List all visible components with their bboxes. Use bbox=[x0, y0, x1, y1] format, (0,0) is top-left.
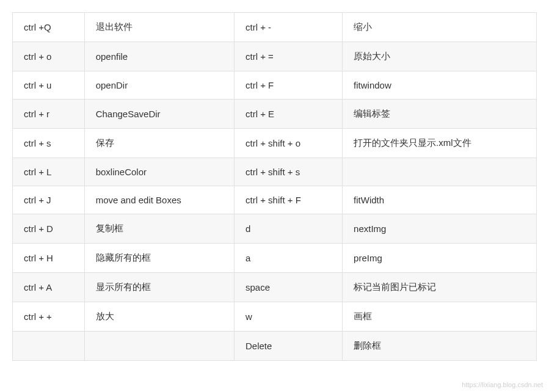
table-row: ctrl + r ChangeSaveDir ctrl + E 编辑标签 bbox=[13, 100, 537, 129]
cell-desc-2: nextImg bbox=[343, 214, 537, 244]
cell-desc-1: openDir bbox=[84, 71, 234, 100]
cell-desc-1: 复制框 bbox=[84, 214, 234, 244]
table-row: ctrl + + 放大 w 画框 bbox=[13, 302, 537, 332]
cell-shortcut-1: ctrl + u bbox=[13, 71, 85, 100]
cell-desc-2: fitWidth bbox=[343, 186, 537, 214]
cell-desc-1: openfile bbox=[84, 42, 234, 71]
cell-desc-2: 打开的文件夹只显示.xml文件 bbox=[343, 129, 537, 158]
cell-desc-1: boxlineColor bbox=[84, 158, 234, 186]
table-row: ctrl + A 显示所有的框 space 标记当前图片已标记 bbox=[13, 273, 537, 302]
cell-shortcut-1: ctrl + H bbox=[13, 244, 85, 273]
cell-shortcut-1: ctrl + A bbox=[13, 273, 85, 302]
cell-shortcut-2: ctrl + E bbox=[234, 100, 342, 129]
cell-desc-2: 编辑标签 bbox=[343, 100, 537, 129]
cell-desc-1: move and edit Boxes bbox=[84, 186, 234, 214]
cell-shortcut-2: ctrl + shift + o bbox=[234, 129, 342, 158]
cell-shortcut-2: ctrl + shift + F bbox=[234, 186, 342, 214]
table-row: ctrl + D 复制框 d nextImg bbox=[13, 214, 537, 244]
cell-shortcut-2: ctrl + F bbox=[234, 71, 342, 100]
cell-desc-2: 删除框 bbox=[343, 332, 537, 361]
cell-desc-1: ChangeSaveDir bbox=[84, 100, 234, 129]
table-row: ctrl + L boxlineColor ctrl + shift + s bbox=[13, 158, 537, 186]
cell-shortcut-2: a bbox=[234, 244, 342, 273]
table-row: ctrl + H 隐藏所有的框 a preImg bbox=[13, 244, 537, 273]
cell-desc-1: 退出软件 bbox=[84, 13, 234, 42]
cell-desc-1: 保存 bbox=[84, 129, 234, 158]
cell-desc-2: preImg bbox=[343, 244, 537, 273]
table-row: ctrl +Q 退出软件 ctrl + - 缩小 bbox=[13, 13, 537, 42]
cell-shortcut-2: d bbox=[234, 214, 342, 244]
cell-shortcut-1: ctrl + J bbox=[13, 186, 85, 214]
cell-shortcut-1: ctrl + L bbox=[13, 158, 85, 186]
cell-desc-2: 画框 bbox=[343, 302, 537, 332]
cell-shortcut-1: ctrl + s bbox=[13, 129, 85, 158]
cell-desc-1 bbox=[84, 332, 234, 361]
cell-shortcut-1: ctrl + + bbox=[13, 302, 85, 332]
cell-desc-2: 标记当前图片已标记 bbox=[343, 273, 537, 302]
cell-desc-1: 隐藏所有的框 bbox=[84, 244, 234, 273]
shortcuts-table: ctrl +Q 退出软件 ctrl + - 缩小 ctrl + o openfi… bbox=[12, 12, 537, 361]
table-row: ctrl + u openDir ctrl + F fitwindow bbox=[13, 71, 537, 100]
cell-shortcut-1: ctrl + r bbox=[13, 100, 85, 129]
cell-desc-2 bbox=[343, 158, 537, 186]
table-row: ctrl + o openfile ctrl + = 原始大小 bbox=[13, 42, 537, 71]
cell-shortcut-2: ctrl + - bbox=[234, 13, 342, 42]
cell-desc-2: fitwindow bbox=[343, 71, 537, 100]
cell-shortcut-2: Delete bbox=[234, 332, 342, 361]
cell-shortcut-2: w bbox=[234, 302, 342, 332]
cell-shortcut-1 bbox=[13, 332, 85, 361]
cell-shortcut-2: ctrl + shift + s bbox=[234, 158, 342, 186]
cell-desc-2: 原始大小 bbox=[343, 42, 537, 71]
cell-shortcut-2: space bbox=[234, 273, 342, 302]
cell-desc-1: 显示所有的框 bbox=[84, 273, 234, 302]
table-body: ctrl +Q 退出软件 ctrl + - 缩小 ctrl + o openfi… bbox=[13, 13, 537, 361]
cell-desc-2: 缩小 bbox=[343, 13, 537, 42]
cell-desc-1: 放大 bbox=[84, 302, 234, 332]
cell-shortcut-1: ctrl +Q bbox=[13, 13, 85, 42]
table-row: Delete 删除框 bbox=[13, 332, 537, 361]
cell-shortcut-1: ctrl + o bbox=[13, 42, 85, 71]
cell-shortcut-1: ctrl + D bbox=[13, 214, 85, 244]
table-row: ctrl + s 保存 ctrl + shift + o 打开的文件夹只显示.x… bbox=[13, 129, 537, 158]
cell-shortcut-2: ctrl + = bbox=[234, 42, 342, 71]
table-row: ctrl + J move and edit Boxes ctrl + shif… bbox=[13, 186, 537, 214]
